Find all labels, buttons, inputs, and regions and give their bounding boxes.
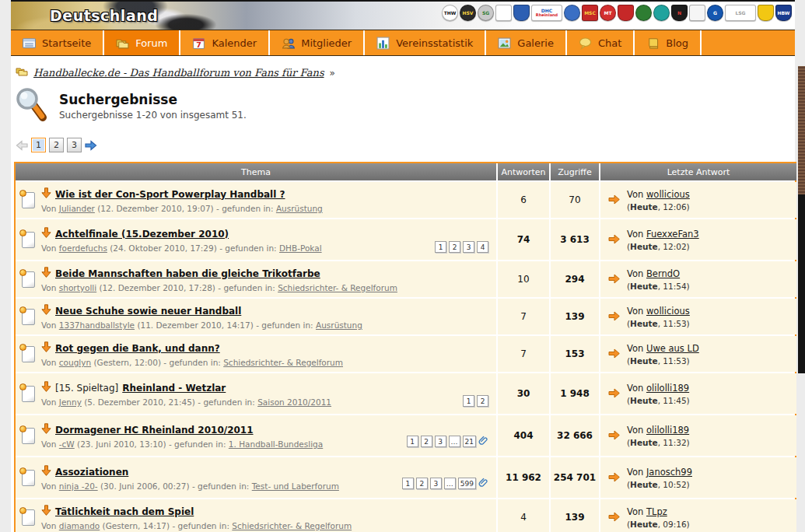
inline-page-button[interactable]: 3 [463,241,474,253]
topic-title-link[interactable]: Assoziationen [55,467,128,478]
topic-forum-link[interactable]: Ausrüstung [276,204,323,213]
club-logo[interactable] [635,5,652,21]
nav-item-startseite[interactable]: Startseite [11,30,104,55]
club-logo[interactable] [758,5,774,21]
topic-author-link[interactable]: Jenny [59,397,82,407]
topic-title-link[interactable]: Tätlichkeit nach dem Spiel [55,506,194,517]
topic-forum-link[interactable]: Saison 2010/2011 [257,397,331,407]
topic-author-link[interactable]: -cW [59,439,75,449]
topic-title-link[interactable]: Neue Schuhe sowie neuer Handball [55,306,241,317]
goto-first-unread-icon[interactable] [41,422,51,437]
last-post-author-link[interactable]: Uwe aus LD [646,343,699,354]
topic-forum-link[interactable]: Schiedsrichter- & Regelforum [232,521,352,530]
inline-page-button[interactable]: 2 [449,241,460,253]
last-post-author-link[interactable]: olilolli189 [646,425,689,436]
goto-first-unread-icon[interactable] [41,226,51,241]
nav-item-vereinsstatistik[interactable]: Vereinsstatistik [365,30,486,55]
nav-item-kalender[interactable]: 7Kalender [180,30,270,55]
topic-forum-link[interactable]: Ausrüstung [316,320,362,330]
goto-first-unread-icon[interactable] [41,464,51,479]
topic-author-link[interactable]: ninja -20- [59,481,98,491]
club-logo[interactable]: HBW [775,5,792,21]
club-logo[interactable] [495,5,512,21]
last-post-author-link[interactable]: FuexxeFan3 [646,229,699,240]
topic-forum-link[interactable]: DHB-Pokal [279,243,322,253]
topic-forum-link[interactable]: Schiedsrichter- & Regelforum [223,358,343,367]
breadcrumb-link[interactable]: Handballecke.de - Das Handballforum von … [33,67,324,79]
last-post-author-link[interactable]: wollicious [646,189,690,200]
last-post-author-link[interactable]: Janosch99 [646,467,692,478]
goto-first-unread-icon[interactable] [41,303,51,318]
topic-author-link[interactable]: Juliander [59,204,95,213]
goto-last-post-icon[interactable] [608,233,620,247]
nav-item-galerie[interactable]: Galerie [486,30,567,55]
club-logo[interactable] [564,5,580,21]
topic-forum-link[interactable]: 1. Handball-Bundesliga [229,439,323,449]
inline-page-button[interactable]: 1 [407,436,418,447]
topic-title-link[interactable]: Rot gegen die Bank, und dann? [55,343,220,354]
inline-page-button[interactable]: 1 [402,478,414,489]
topic-author-link[interactable]: shortyolli [59,283,96,292]
topic-forum-link[interactable]: Schiedsrichter- & Regelforum [278,283,397,292]
club-logo[interactable] [513,5,530,21]
inline-page-button[interactable]: … [449,436,460,447]
inline-page-button[interactable]: 21 [463,436,476,447]
club-logo[interactable]: G [707,5,723,21]
last-post-author-link[interactable]: TLpz [646,506,667,517]
club-logo[interactable]: MSC [582,5,598,21]
last-post-author-link[interactable]: olilolli189 [646,383,689,394]
inline-page-button[interactable]: 2 [421,436,432,447]
topic-title-link[interactable]: Achtelfinale (15.Dezember 2010) [55,229,229,240]
pagination-page-2[interactable]: 2 [49,138,64,152]
pagination-page-1[interactable]: 1 [31,138,46,152]
goto-first-unread-icon[interactable] [41,341,51,355]
nav-item-chat[interactable]: Chat [567,30,635,55]
topic-author-link[interactable]: foerdefuchs [59,243,107,253]
inline-page-button[interactable]: 3 [435,436,446,447]
last-post-author-link[interactable]: BerndO [646,268,680,279]
next-page-icon[interactable] [85,140,97,151]
club-logo[interactable]: HSV [460,5,476,21]
club-logo[interactable] [653,5,670,21]
inline-page-button[interactable]: 3 [430,478,442,489]
club-logo[interactable]: DHCRheinland [531,5,562,21]
goto-last-post-icon[interactable] [608,471,620,485]
goto-last-post-icon[interactable] [608,347,620,362]
topic-author-link[interactable]: diamando [59,521,100,530]
goto-first-unread-icon[interactable] [41,266,51,281]
goto-last-post-icon[interactable] [608,193,620,208]
inline-page-button[interactable]: 599 [458,478,476,489]
topic-title-link[interactable]: Beide Mannschaften haben die gleiche Tri… [55,268,320,279]
nav-item-blog[interactable]: Blog [635,30,702,55]
club-logo[interactable] [689,5,705,21]
club-logo[interactable]: SG [478,5,494,21]
inline-page-button[interactable]: 2 [477,395,488,407]
goto-first-unread-icon[interactable] [41,380,51,395]
nav-item-mitglieder[interactable]: Mitglieder [270,30,365,55]
inline-page-button[interactable]: … [444,478,456,489]
goto-first-unread-icon[interactable] [41,187,51,201]
inline-page-button[interactable]: 1 [435,241,446,253]
inline-page-button[interactable]: 2 [416,478,428,489]
pagination-page-3[interactable]: 3 [67,138,82,152]
club-logo[interactable]: LSG [725,5,756,21]
last-post-author-link[interactable]: wollicious [646,306,690,317]
club-logo[interactable] [618,5,634,21]
inline-page-button[interactable]: 1 [463,395,474,407]
goto-last-post-icon[interactable] [608,310,620,324]
club-logo[interactable]: N [671,5,688,21]
topic-title-link[interactable]: Dormagener HC Rheinland 2010/2011 [55,425,254,436]
goto-last-post-icon[interactable] [608,429,620,443]
goto-last-post-icon[interactable] [608,272,620,287]
club-logo[interactable]: THW [442,5,458,21]
inline-page-button[interactable]: 4 [477,241,488,253]
goto-last-post-icon[interactable] [608,510,620,525]
topic-title-link[interactable]: Wie ist der Con-Sport Powerplay Handball… [55,189,285,200]
topic-forum-link[interactable]: Test- und Laberforum [252,481,339,491]
nav-item-forum[interactable]: Forum [104,30,180,55]
goto-first-unread-icon[interactable] [41,504,51,519]
club-logo[interactable]: MT [600,5,616,21]
topic-title-link[interactable]: Rheinland - Wetzlar [122,383,226,394]
topic-author-link[interactable]: 1337handballstyle [59,320,135,330]
goto-last-post-icon[interactable] [608,387,620,401]
